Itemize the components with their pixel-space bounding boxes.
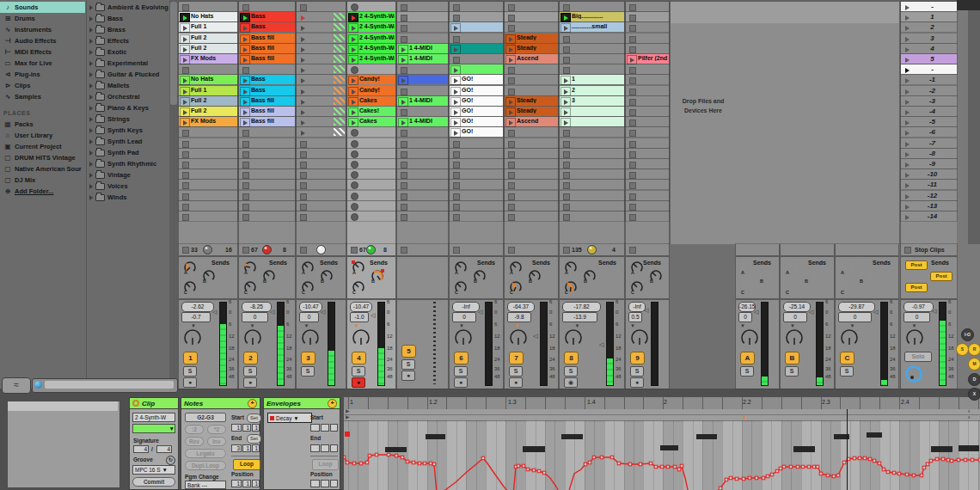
halve-button[interactable]: :2 [185,425,204,434]
loop-toggle[interactable]: Loop [233,459,260,470]
pan-knob[interactable] [563,328,584,348]
clip-stop-button[interactable] [453,36,460,43]
browser-folder-voices[interactable]: Voices [87,181,168,192]
clip-stop-button[interactable] [629,172,636,179]
return-track-button[interactable]: B [785,352,799,364]
clip-slot[interactable] [397,169,448,179]
clip-slot[interactable] [450,64,503,74]
monitor-button[interactable]: ● [509,377,523,388]
scene-slot[interactable]: -4 [901,107,957,116]
clip-slot[interactable] [505,12,558,21]
disclosure-triangle-icon[interactable] [89,61,93,66]
clip-stop-button[interactable] [629,141,636,148]
track-number-button[interactable]: 9 [630,352,645,364]
browser-folder-effects[interactable]: Effects [87,35,168,46]
browser-scrollbar-thumb[interactable] [170,2,177,105]
invert-button[interactable]: Inv [207,437,226,446]
clip-slot[interactable] [297,107,346,116]
clip-stop-button[interactable] [629,77,636,84]
clip-stop-button[interactable] [629,89,636,95]
clip-slot[interactable] [560,117,624,126]
clip-launch-button[interactable] [348,34,358,44]
clip-slot[interactable]: 1 4-MIDI [397,96,448,106]
clip-slot[interactable]: Steady [505,34,558,43]
volume-field[interactable]: 0 [838,312,872,322]
disclosure-triangle-icon[interactable] [89,5,93,10]
scene-slot[interactable]: -2 [901,86,957,95]
scene-launch-button[interactable] [902,150,912,159]
position-sixteenth[interactable]: 1 [252,480,260,487]
clip-slot[interactable]: Steady [505,96,558,106]
clip-slot[interactable] [626,44,669,53]
disclosure-triangle-icon[interactable] [89,95,93,100]
browser-folder-synth-lead[interactable]: Synth Lead [87,136,168,147]
clip-stop-button[interactable] [242,193,249,200]
volume-field[interactable]: 0.5 [628,312,642,322]
sidebar-item-audio-effects[interactable]: ⊣Audio Effects [0,35,85,46]
clip-launch-button[interactable] [240,23,250,33]
scroll-right-icon[interactable]: ‹ [968,414,970,420]
clip-stop-button[interactable] [182,172,189,179]
monitor-button[interactable]: ● [401,371,415,381]
clip-slot[interactable]: GO! [450,86,503,95]
track-stop-all-button[interactable] [351,247,358,254]
scene-slot[interactable]: 4 [901,44,957,53]
return-track-button[interactable]: A [740,352,755,364]
clip-launch-button[interactable] [627,55,637,64]
clip-slot[interactable] [560,201,624,211]
stop-all-clips-button[interactable] [904,247,911,254]
clip-stop-button[interactable] [629,204,636,211]
clip-slot[interactable] [450,149,503,158]
env-start-3[interactable] [330,424,338,432]
clip-slot[interactable]: No Hats [179,75,237,84]
clip-slot[interactable] [239,149,295,158]
clip-slot[interactable] [505,211,558,221]
clip-slot[interactable] [626,107,669,116]
clip-stop-button[interactable] [508,151,515,158]
send-c-knob[interactable]: C [300,279,315,295]
clip-slot[interactable] [626,138,669,148]
clip-slot[interactable] [626,34,669,43]
clip-slot[interactable]: 2 4-Synth-Water [347,34,395,43]
env-start-1[interactable] [310,424,320,432]
clip-slot[interactable] [450,34,503,43]
clip-launch-button[interactable] [348,107,358,117]
clip-stop-button[interactable] [453,4,460,11]
commit-button[interactable]: Commit [132,477,175,487]
position-beat[interactable]: 1 [242,480,251,487]
clip-stop-button[interactable] [508,141,515,148]
clip-stop-button[interactable] [401,204,407,211]
clip-slot[interactable] [505,2,558,11]
clip-launch-button[interactable] [560,76,571,85]
clip-slot[interactable]: Ascend [505,54,558,64]
clip-slot[interactable] [505,138,558,148]
clip-slot[interactable] [450,191,503,200]
clip-slot[interactable] [239,211,295,221]
clip-launch-button[interactable] [240,87,250,96]
clip-stop-button[interactable] [508,193,515,200]
clip-stop-button[interactable] [242,182,249,189]
solo-button[interactable]: S [840,366,854,377]
send-b-knob[interactable]: B [803,268,818,284]
clip-stop-button[interactable] [629,130,636,137]
clip-slot[interactable] [239,2,295,11]
sidebar-place-current-project[interactable]: ▣Current Project [0,141,85,152]
clip-stop-button[interactable] [508,25,515,32]
monitor-button[interactable]: ● [183,377,197,388]
clip-slot[interactable]: Bass fill [239,54,295,64]
clip-stop-button[interactable] [453,162,460,168]
volume-field[interactable]: 0 [783,312,807,322]
hot-swap-groove-icon[interactable]: ↻ [166,456,175,465]
clip-slot[interactable]: GO! [450,75,503,84]
clip-stop-button[interactable] [242,162,249,168]
browser-folder-guitar-plucked[interactable]: Guitar & Plucked [87,69,168,80]
clip-slot[interactable] [560,138,624,148]
clip-slot[interactable] [397,107,448,116]
midi-note[interactable] [867,432,882,438]
midi-note[interactable] [696,434,717,439]
send-a-knob[interactable]: A [351,260,366,275]
clip-slot[interactable] [450,12,503,21]
send-c-knob[interactable]: C [351,279,366,295]
clip-slot[interactable] [397,201,448,211]
clip-slot[interactable]: No Hats [179,12,237,21]
